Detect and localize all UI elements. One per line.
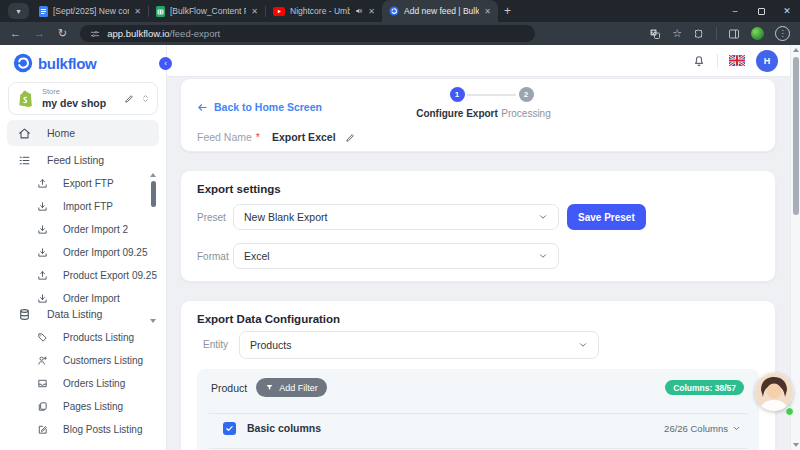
chevron-down-icon: ▾ (16, 7, 20, 16)
sidebar-item-pages-listing[interactable]: Pages Listing (0, 395, 166, 418)
sidebar-item-order-import-2[interactable]: Order Import 2 (0, 218, 166, 241)
edit-store-icon[interactable] (124, 93, 135, 104)
scroll-down-arrow[interactable] (150, 319, 156, 323)
back-to-home-link[interactable]: Back to Home Screen (197, 101, 322, 113)
sidebar-item-import-ftp[interactable]: Import FTP (0, 195, 166, 218)
bulkflow-logo-icon (13, 53, 33, 73)
sidebar-item-order-import-0925[interactable]: Order Import 09.25 (0, 241, 166, 264)
store-label: Store (42, 88, 118, 97)
format-label: Format (197, 251, 229, 262)
unfold-icon[interactable] (141, 94, 150, 103)
reload-button[interactable]: ↻ (58, 28, 67, 39)
language-flag-icon[interactable] (729, 55, 745, 66)
sidebar-item-label: Blog Posts Listing (63, 424, 143, 435)
step-number: 1 (450, 87, 465, 102)
sidebar-item-products-listing[interactable]: Products Listing (0, 326, 166, 349)
scrollbar-thumb[interactable] (151, 181, 156, 207)
basic-columns-row[interactable]: Basic columns 26/26 Columns (223, 420, 741, 436)
scroll-down-arrow[interactable] (793, 443, 799, 447)
speaker-icon[interactable] (355, 7, 363, 15)
export-settings-title: Export settings (197, 183, 281, 195)
scroll-up-arrow[interactable] (150, 173, 156, 177)
sidebar-item-data-listing[interactable]: Data Listing (0, 302, 166, 326)
maximize-button[interactable] (748, 0, 774, 22)
preset-select[interactable]: New Blank Export (233, 204, 559, 230)
download-icon (37, 224, 48, 235)
tab-search-button[interactable]: ▾ (8, 3, 29, 19)
new-tab-button[interactable]: + (504, 4, 511, 18)
user-avatar[interactable]: H (756, 50, 778, 72)
export-data-config-title: Export Data Configuration (197, 313, 340, 325)
sidebar-item-feed-listing[interactable]: Feed Listing (0, 148, 166, 172)
inbox-icon (37, 378, 48, 389)
check-icon (225, 424, 234, 433)
translate-icon[interactable] (649, 28, 661, 40)
chevron-down-icon (578, 340, 588, 350)
step-number: 2 (519, 87, 534, 102)
tab-bulkflow-active[interactable]: Add new feed | Bulkflow ✕ (382, 0, 498, 22)
support-chat-avatar[interactable] (755, 373, 793, 411)
notification-bell-icon[interactable] (692, 54, 706, 68)
scrollbar-thumb[interactable] (793, 57, 799, 215)
browser-window: ▾ [Sept/2025] New content - Ha | ✕ [Bulk… (0, 0, 800, 450)
tab-youtube[interactable]: Nightcore - Umbrella (Lyric ✕ (266, 0, 382, 22)
sidebar-collapse-button[interactable]: ‹ (159, 57, 172, 70)
tab-sheets[interactable]: [BulkFlow_Content Plan] Digita ✕ (149, 0, 265, 22)
site-settings-icon[interactable] (90, 29, 100, 39)
toolbar-actions: ☆ ⋮ (649, 26, 790, 41)
close-icon[interactable]: ✕ (134, 7, 141, 16)
google-sheets-icon (156, 6, 165, 17)
extensions-puzzle-icon[interactable] (693, 28, 705, 40)
close-icon[interactable]: ✕ (251, 7, 258, 16)
back-arrow-icon (197, 102, 208, 113)
sidebar-item-label: Customers Listing (63, 355, 143, 366)
brand-name: bulkflow (38, 55, 96, 72)
scroll-up-arrow[interactable] (793, 48, 799, 52)
chevron-down-icon (538, 212, 548, 222)
browser-profile-avatar[interactable] (751, 27, 764, 40)
sidebar-item-export-ftp[interactable]: Export FTP (0, 172, 166, 195)
format-select[interactable]: Excel (233, 243, 559, 269)
entity-select[interactable]: Products (239, 331, 599, 359)
sidebar-item-product-export-0925[interactable]: Product Export 09.25 (0, 264, 166, 287)
edit-feed-name-icon[interactable] (345, 132, 356, 143)
sidebar-item-label: Export FTP (63, 178, 114, 189)
preset-value: New Blank Export (244, 211, 327, 223)
basic-columns-checkbox[interactable] (223, 422, 236, 435)
brand-logo[interactable]: bulkflow (13, 53, 96, 73)
preset-label: Preset (197, 212, 226, 223)
side-panel-icon[interactable] (728, 28, 740, 40)
sidebar-item-home[interactable]: Home (7, 120, 159, 146)
forward-button[interactable]: → (34, 28, 45, 39)
tab-docs[interactable]: [Sept/2025] New content - Ha | ✕ (32, 0, 148, 22)
add-filter-button[interactable]: Add Filter (256, 378, 327, 397)
sidebar-item-customers-listing[interactable]: Customers Listing (0, 349, 166, 372)
shopify-icon (16, 89, 36, 109)
close-icon[interactable]: ✕ (368, 7, 375, 16)
minimize-button[interactable]: – (722, 0, 748, 22)
browser-menu-button[interactable]: ⋮ (775, 26, 790, 41)
export-settings-card: Export settings Preset New Blank Export … (180, 170, 776, 282)
panel-divider (209, 413, 747, 414)
basic-columns-count[interactable]: 26/26 Columns (664, 423, 741, 434)
back-button[interactable]: ← (10, 28, 21, 39)
product-columns-panel: Product Add Filter Columns: 38/57 Basic … (197, 369, 759, 450)
sidebar-scrollbar[interactable] (150, 173, 156, 323)
close-icon[interactable]: ✕ (484, 7, 491, 16)
sidebar-item-orders-listing[interactable]: Orders Listing (0, 372, 166, 395)
sidebar-item-label: Orders Listing (63, 378, 125, 389)
save-preset-button[interactable]: Save Preset (567, 204, 646, 230)
address-bar[interactable]: app.bulkflow.io/feed-export (80, 25, 535, 42)
sidebar-item-label: Data Listing (47, 308, 102, 320)
store-selector[interactable]: Store my dev shop (8, 82, 158, 115)
header-divider (717, 54, 718, 68)
format-value: Excel (244, 250, 270, 262)
upload-icon (37, 178, 48, 189)
close-window-button[interactable]: ✕ (774, 0, 800, 22)
bookmark-star-icon[interactable]: ☆ (672, 28, 682, 39)
database-icon (18, 308, 31, 321)
sidebar-item-blog-posts-listing[interactable]: Blog Posts Listing (0, 418, 166, 441)
browser-toolbar: ← → ↻ app.bulkflow.io/feed-export ☆ ⋮ (0, 22, 800, 45)
add-filter-label: Add Filter (279, 383, 318, 393)
feed-name-row: Feed Name* Export Excel (197, 131, 356, 143)
